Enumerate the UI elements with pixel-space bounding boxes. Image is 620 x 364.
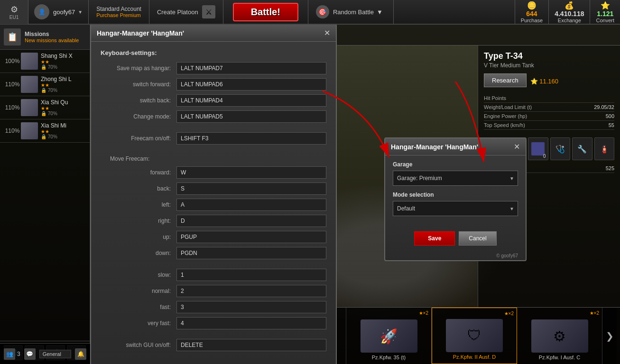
slow-input[interactable] [176,269,326,281]
players-list: 100% Shang Shi X ★★ 🔒 70% 110% Zhong Shi… [0,50,90,341]
change-mode-input[interactable] [176,110,326,123]
switch-back-input[interactable] [176,94,326,107]
dialog2-save-button[interactable]: Save [414,231,455,246]
carousel-item-pz2d[interactable]: ★×2 🛡 Pz.Kpfw. II Ausf. D [432,308,517,364]
platoon-icon: ⚔ [202,5,215,18]
carousel-item-pz1c[interactable]: ★×2 ⚙ Pz.Kpfw. I Ausf. C [517,308,602,364]
friends-icon[interactable]: 👥 [4,348,15,360]
player-name: Xia Shi Mi [41,122,86,129]
user-section[interactable]: 👤 goofy67 ▼ [28,0,89,24]
form-row-back: back: [101,182,326,195]
right-input[interactable] [176,215,326,227]
sidebar: 📋 Missions New missions available 100% S… [0,25,90,364]
stat-value: 29.05/32 [594,104,614,110]
credit-label: © goofy67 [385,251,526,260]
dialog-close-button[interactable]: ✕ [324,28,330,37]
battle-section[interactable]: Battle! [233,3,298,21]
mode-select-wrapper: Default Custom [393,201,518,216]
ammo-slot3[interactable]: 0 [528,137,548,160]
form-row-right: right: [101,215,326,227]
equipment-medkit[interactable]: 🩺 [550,137,571,160]
form-row-freecam: Freecam on/off: [101,132,326,145]
stat-value: 500 [606,113,614,119]
section-title: Keyboard-settings: [101,49,326,56]
player-xp: 🔒 70% [41,134,86,139]
player-stars: ★★ [41,129,86,134]
purchase-premium-label: Purchase Premium [96,12,141,18]
back-input[interactable] [176,182,326,195]
carousel-next-arrow[interactable]: ❯ [602,308,617,364]
form-row-very-fast: very fast: [101,317,326,329]
form-row-up: up: [101,231,326,243]
garage-label: Garage [393,161,518,168]
create-platoon-label: Create Platoon [157,9,198,16]
chevron-down-icon: ▼ [78,9,83,15]
stat-label: Hit Points [484,95,506,101]
garage-group: Garage Garage: Premium Garage: Standard [393,161,518,186]
battle-mode-icon: 🎯 [316,5,329,18]
silver-currency[interactable]: 💰 4.410.118 Exchange [548,0,590,24]
switch-gui-input[interactable] [176,339,326,351]
missions-section[interactable]: 📋 Missions New missions available [0,25,90,50]
move-freecam-label: Move Freecam: [110,155,149,162]
list-item[interactable]: 100% Shang Shi X ★★ 🔒 70% [0,50,90,73]
left-input[interactable] [176,199,326,211]
mode-select[interactable]: Default Custom [393,201,518,216]
research-button[interactable]: Research [484,73,527,87]
form-label: switch back: [101,97,176,104]
up-input[interactable] [176,231,326,243]
notifications-icon[interactable]: 🔔 [75,348,86,360]
player-name: Xia Shi Qu [41,99,86,106]
stat-speed: Top Speed (km/h) 55 [484,121,614,130]
battle-button[interactable]: Battle! [233,3,298,21]
gold-amount: 644 [526,10,537,18]
normal-input[interactable] [176,285,326,297]
battle-mode-section[interactable]: 🎯 Random Battle ▼ [308,0,394,24]
player-avatar [21,99,38,116]
stat-engine: Engine Power (hp) 500 [484,112,614,121]
keyboard-settings-dialog: Hangar-Manager 'HangMan' ✕ Keyboard-sett… [90,24,337,364]
fast-input[interactable] [176,301,326,313]
silver-label: Exchange [558,18,581,23]
list-item[interactable]: 110% Xia Shi Mi ★★ 🔒 70% [0,119,90,143]
down-input[interactable] [176,247,326,259]
platoon-section[interactable]: Create Platoon ⚔ [149,0,223,24]
form-label: Change mode: [101,113,176,120]
player-name: Shang Shi X [41,53,86,59]
list-item[interactable]: 110% Zhong Shi L ★★ 🔒 70% [0,73,90,96]
player-info: Zhong Shi L ★★ 🔒 70% [41,76,86,93]
eu-server[interactable]: ⚙ EU1 [0,0,28,24]
free-xp-label: Convert [596,18,614,23]
free-xp-icon: ⭐ [601,1,610,10]
gold-currency[interactable]: 🪙 644 Purchase [515,0,548,24]
friends-count: 3 [17,351,20,357]
account-section[interactable]: Standard Account Purchase Premium [89,0,149,24]
chat-input[interactable]: General [39,350,71,358]
switch-forward-input[interactable] [176,78,326,91]
battle-mode-label: Random Battle [333,9,374,16]
freecam-input[interactable] [176,132,326,145]
player-level: 100% [4,58,21,64]
very-fast-input[interactable] [176,317,326,329]
free-xp-currency[interactable]: ⭐ 1.121 Convert [590,0,620,24]
tank-name: Type T-34 [484,51,614,61]
form-label: fast: [101,304,176,310]
topbar: ⚙ EU1 👤 goofy67 ▼ Standard Account Purch… [0,0,620,25]
list-item[interactable]: 110% Xia Shi Qu ★★ 🔒 70% [0,96,90,119]
dialog2-body: Garage Garage: Premium Garage: Standard … [385,155,526,228]
player-stars: ★★ [41,59,86,64]
player-level: 110% [4,127,21,134]
carousel-item-pz35[interactable]: ★×2 🚀 Pz.Kpfw. 35 (t) [346,308,432,364]
forward-input[interactable] [176,166,326,179]
missions-text: Missions New missions available [25,31,79,43]
chat-icon[interactable]: 💬 [24,348,36,360]
save-map-input[interactable] [176,62,326,74]
dialog2-cancel-button[interactable]: Cancel [459,231,496,246]
friends-group: 👥 3 [4,348,20,360]
missions-icon: 📋 [4,28,21,46]
dialog2-close-button[interactable]: ✕ [514,142,520,151]
equipment-fire[interactable]: 🧯 [594,137,615,160]
gold-label: Purchase [521,18,543,23]
equipment-repair[interactable]: 🔧 [572,137,592,160]
garage-select[interactable]: Garage: Premium Garage: Standard [393,171,518,186]
